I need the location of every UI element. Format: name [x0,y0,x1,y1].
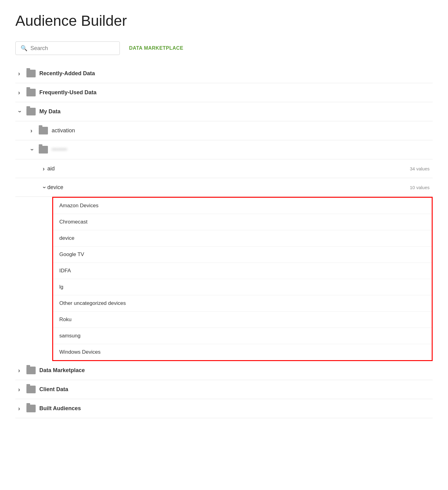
dropdown-item[interactable]: lg [53,279,432,295]
device-dropdown: Amazon DevicesChromecastdeviceGoogle TVI… [52,197,433,361]
dropdown-item[interactable]: IDFA [53,263,432,279]
chevron-right-icon [15,405,23,412]
chevron-down-icon [15,108,23,115]
search-icon: 🔍 [21,45,27,52]
chevron-down-icon [40,184,47,191]
chevron-right-icon [15,70,23,77]
row-label: Client Data [39,386,68,393]
tree-row[interactable]: Recently-Added Data [15,64,433,83]
dropdown-item[interactable]: Roku [53,312,432,328]
folder-icon [39,146,48,154]
top-bar: 🔍 DATA MARKETPLACE [15,41,433,55]
chevron-right-icon [15,89,23,96]
dropdown-item[interactable]: Chromecast [53,214,432,230]
chevron-down-icon [28,146,35,154]
folder-icon [26,108,36,115]
row-label: Recently-Added Data [39,70,95,77]
tree-row[interactable]: Built Audiences [15,399,433,418]
row-label: activation [52,127,75,134]
dropdown-item[interactable]: Amazon Devices [53,198,432,214]
folder-icon [26,405,36,412]
row-label: My Data [39,108,61,115]
tree-row[interactable]: My Data [15,102,433,121]
row-label: device [47,184,63,191]
chevron-right-icon [28,127,35,134]
badge: 34 values [410,166,433,171]
tree-row[interactable]: Frequently-Used Data [15,83,433,102]
row-label: Built Audiences [39,405,81,412]
tree-row[interactable]: device 10 values [15,178,433,197]
tree-row[interactable]: Client Data [15,380,433,399]
folder-icon [26,70,36,77]
row-label: aid [47,165,55,172]
badge: 10 values [410,185,433,190]
chevron-right-icon [15,386,23,393]
folder-icon [39,127,48,134]
search-box[interactable]: 🔍 [15,41,120,55]
chevron-right-icon [40,165,47,172]
row-label: Data Marketplace [39,367,85,374]
page-title: Audience Builder [15,12,433,29]
row-label: Frequently-Used Data [39,89,96,96]
tree-row[interactable]: aid 34 values [15,159,433,178]
folder-icon [26,367,36,374]
marketplace-link[interactable]: DATA MARKETPLACE [129,45,183,51]
tree-row[interactable]: Data Marketplace [15,361,433,380]
search-input[interactable] [30,45,115,52]
dropdown-item[interactable]: samsung [53,328,432,344]
dropdown-item[interactable]: Other uncategorized devices [53,295,432,312]
folder-icon [26,89,36,96]
folder-icon [26,386,36,393]
tree-row[interactable]: activation [15,121,433,140]
dropdown-item[interactable]: Windows Devices [53,344,432,360]
chevron-right-icon [15,367,23,374]
dropdown-item[interactable]: device [53,230,432,247]
dropdown-item[interactable]: Google TV [53,247,432,263]
tree-row[interactable]: •••••••• [15,140,433,159]
tree-container: Recently-Added Data Frequently-Used Data… [15,64,433,418]
blurred-folder-label: •••••••• [52,146,67,153]
